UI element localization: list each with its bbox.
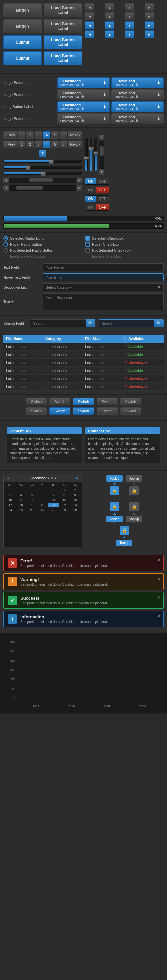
cal-day-15[interactable]: 15 — [59, 498, 69, 503]
page-2-6[interactable]: 6 — [60, 141, 67, 148]
arrow-down-3[interactable]: ▼ — [125, 21, 134, 29]
switch-1-3[interactable]: Switch — [73, 398, 94, 405]
page-2-1[interactable]: 1 — [18, 141, 26, 148]
slider-thumb-2[interactable] — [26, 165, 31, 170]
cal-day-4[interactable]: 4 — [16, 493, 26, 498]
switch-2-1[interactable]: Switch — [26, 407, 47, 415]
arrow-up-2[interactable]: ▲ — [105, 12, 114, 20]
download-btn-3b[interactable]: DownloadFreeware · 9.5mb ⬇ — [111, 101, 164, 112]
search-btn-1[interactable]: 🔍 — [86, 319, 95, 327]
cal-day-23[interactable]: 23 — [70, 503, 80, 508]
vslider-thumb-2[interactable] — [88, 146, 94, 150]
vslider-thumb-3[interactable] — [93, 151, 98, 154]
switch-2-4[interactable]: Switch — [96, 407, 117, 415]
cal-day-7[interactable]: 7 — [48, 493, 59, 498]
arrow-right-3[interactable]: ► — [145, 21, 154, 29]
page-1-5[interactable]: 5 — [51, 131, 59, 138]
check-item-2[interactable]: Hover Checkbox — [85, 242, 164, 247]
cal-day-2[interactable]: 2 — [70, 488, 80, 493]
download-btn-2b[interactable]: DownloadFreeware · 9.5mb ⬇ — [111, 89, 164, 100]
prev-page-2[interactable]: ‹ Prev — [3, 141, 17, 148]
switch-2-3[interactable]: Switch — [73, 407, 94, 415]
switch-1-2[interactable]: Switch — [50, 398, 70, 405]
arrow-down-1[interactable]: ▼ — [125, 3, 134, 11]
page-1-4[interactable]: 4 — [43, 131, 50, 138]
alert-success-close[interactable]: ✕ — [157, 595, 161, 600]
long-button-blue-2[interactable]: Long Button Label — [44, 51, 82, 65]
switch-2-2[interactable]: Switch — [50, 407, 70, 415]
cal-day-25[interactable]: 25 — [16, 508, 26, 512]
page-1-2[interactable]: 2 — [26, 131, 34, 138]
cal-day-6[interactable]: 6 — [37, 493, 48, 498]
arrow-right-1[interactable]: ► — [145, 3, 154, 11]
button-default-1[interactable]: Button — [3, 3, 42, 18]
lock-btn-4[interactable]: 🔒 — [129, 502, 139, 511]
cal-day-24[interactable]: 24 — [5, 508, 15, 512]
page-center[interactable]: 5 — [39, 150, 47, 157]
lock-btn-2[interactable]: 🔒 — [129, 486, 139, 495]
radio-item-1[interactable]: Selected Radio Button — [3, 236, 82, 240]
long-button-default-1[interactable]: Long Button Label — [44, 3, 82, 18]
next-page-2[interactable]: Next › — [68, 141, 82, 148]
cal-day-30[interactable]: 30 — [70, 508, 80, 512]
long-button-blue-1[interactable]: Long Button Label — [44, 35, 82, 49]
arrow-down-4[interactable]: ▼ — [125, 30, 134, 38]
download-btn-4a[interactable]: DownloadFreeware · 9.5mb ⬇ — [58, 113, 110, 124]
slider-thumb-3[interactable] — [41, 171, 46, 176]
radio-item-2[interactable]: Hover Radio Button — [3, 242, 82, 247]
alert-warning-close[interactable]: ✕ — [157, 576, 161, 581]
cal-prev-icon[interactable]: ◄ — [6, 476, 10, 480]
download-btn-4b[interactable]: DownloadFreeware · 9.5mb ⬇ — [111, 113, 164, 124]
cal-day-19[interactable]: 19 — [27, 503, 37, 508]
page-2-2[interactable]: 2 — [26, 141, 34, 148]
radio-item-3[interactable]: Not Selected Radio Button — [3, 248, 82, 253]
search-input-2[interactable] — [98, 319, 164, 327]
dropdown-select[interactable]: Select Category — [43, 283, 164, 291]
arrow-right-2[interactable]: ► — [145, 12, 154, 20]
page-1-1[interactable]: 1 — [18, 131, 26, 138]
text-field-input[interactable] — [43, 263, 164, 271]
vscroll-down[interactable]: ▼ — [99, 169, 104, 175]
arrow-up-4[interactable]: ▲ — [105, 30, 114, 38]
long-button-default-2[interactable]: Long Button Label — [44, 19, 82, 33]
cal-day-21[interactable]: 21 — [48, 503, 59, 508]
cal-day-27[interactable]: 27 — [37, 508, 48, 512]
alert-error-close[interactable]: ✕ — [157, 558, 161, 563]
scrollbar-thumb-2[interactable] — [16, 186, 43, 189]
cal-day-8[interactable]: 8 — [59, 493, 69, 498]
lock-btn-5[interactable]: 🔒 — [120, 526, 129, 535]
toggle-3[interactable]: ON OFF — [85, 195, 109, 202]
arrow-left-2[interactable]: ◄ — [85, 12, 94, 20]
search-input-1[interactable] — [30, 319, 95, 327]
download-btn-1b[interactable]: DownloadFreeware · 9.5mb ⬇ — [111, 77, 164, 88]
check-item-1[interactable]: ✓ Selected Checkbox — [85, 236, 164, 240]
toggle-2[interactable]: ON OFF — [85, 186, 109, 193]
scroll-left-2[interactable]: ◄ — [3, 185, 9, 191]
page-2-3[interactable]: 3 — [35, 141, 42, 148]
cal-day-1[interactable]: 1 — [59, 488, 69, 493]
scrollbar-thumb-1[interactable] — [29, 178, 53, 182]
switch-1-5[interactable]: Switch — [120, 398, 141, 405]
download-btn-1a[interactable]: DownloadFreeware · 9.5mb ⬇ — [58, 77, 110, 88]
vscroll-up[interactable]: ▲ — [99, 135, 104, 140]
page-1-3[interactable]: 3 — [35, 131, 42, 138]
lock-btn-1[interactable]: 🔒 — [110, 486, 119, 495]
vscrollbar-thumb[interactable] — [100, 146, 104, 156]
submit-button-2[interactable]: Submit — [3, 51, 42, 65]
cal-day-16[interactable]: 16 — [70, 498, 80, 503]
cal-day-20[interactable]: 20 — [37, 503, 48, 508]
cal-day-22[interactable]: 22 — [59, 503, 69, 508]
page-2-4[interactable]: 4 — [43, 141, 50, 148]
toggle-1[interactable]: ON OFF — [85, 178, 109, 185]
cal-day-18[interactable]: 18 — [16, 503, 26, 508]
cal-day-3[interactable]: 3 — [5, 493, 15, 498]
page-2-5[interactable]: 5 — [51, 141, 59, 148]
cal-next-icon[interactable]: ► — [75, 476, 79, 480]
download-btn-3a[interactable]: DownloadFreeware · 9.5mb ⬇ — [58, 101, 110, 112]
cal-day-31[interactable]: 31 — [5, 513, 15, 517]
arrow-up-3[interactable]: ▲ — [105, 21, 114, 29]
toggle-4[interactable]: ON OFF — [85, 204, 109, 211]
arrow-down-2[interactable]: ▼ — [125, 12, 134, 20]
cal-day-12[interactable]: 12 — [27, 498, 37, 503]
check-item-3[interactable]: Not Selected Checkbox — [85, 248, 164, 253]
